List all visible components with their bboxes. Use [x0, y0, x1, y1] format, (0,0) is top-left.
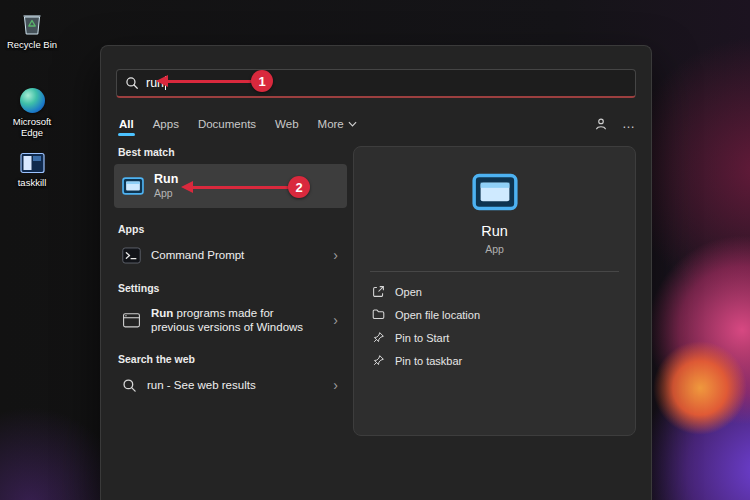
account-icon[interactable] — [594, 117, 608, 131]
step1-badge: 1 — [251, 70, 273, 92]
divider — [370, 271, 619, 272]
preview-actions: Open Open file location Pin to Start — [354, 280, 635, 372]
edge-icon — [20, 88, 45, 113]
pin-icon — [372, 354, 385, 367]
more-options-icon[interactable]: … — [622, 121, 636, 127]
section-header-apps: Apps — [118, 223, 343, 235]
desktop-icon-label: Microsoft Edge — [4, 116, 60, 138]
action-label: Open file location — [395, 309, 480, 321]
open-icon — [372, 285, 385, 298]
result-label: run - See web results — [147, 379, 256, 391]
tab-more[interactable]: More — [317, 116, 358, 132]
chevron-right-icon[interactable]: › — [333, 377, 338, 393]
result-command-prompt[interactable]: Command Prompt › — [114, 241, 347, 269]
tab-web[interactable]: Web — [274, 116, 299, 132]
desktop-icon-microsoft-edge[interactable]: Microsoft Edge — [4, 88, 60, 138]
recycle-bin-icon — [20, 10, 44, 36]
tabs-right-controls: … — [594, 117, 636, 131]
result-label: Run programs made for previous versions … — [151, 306, 303, 334]
tab-label: More — [318, 118, 344, 130]
preview-panel: Run App Open Open file location — [353, 146, 636, 436]
section-header-settings: Settings — [118, 282, 343, 294]
search-filter-tabs: All Apps Documents Web More — [118, 113, 636, 135]
run-app-icon — [122, 177, 144, 195]
desktop-icon-recycle-bin[interactable]: Recycle Bin — [4, 10, 60, 50]
section-header-search-the-web: Search the web — [118, 353, 343, 365]
tab-label: All — [119, 118, 134, 130]
legacy-program-icon — [122, 311, 141, 330]
tab-all[interactable]: All — [118, 116, 135, 132]
tab-apps[interactable]: Apps — [152, 116, 180, 132]
search-icon — [122, 378, 137, 393]
result-text: Run App — [154, 172, 178, 200]
tab-label: Web — [275, 118, 298, 130]
desktop-icon-taskkill[interactable]: taskkill — [4, 152, 60, 188]
search-icon — [125, 76, 139, 90]
action-pin-to-start[interactable]: Pin to Start — [372, 326, 617, 349]
tab-documents[interactable]: Documents — [197, 116, 257, 132]
result-label: Command Prompt — [151, 249, 244, 261]
desktop-icon-label: taskkill — [18, 177, 47, 188]
result-run-compatibility[interactable]: Run programs made for previous versions … — [114, 300, 347, 340]
section-header-best-match: Best match — [118, 146, 343, 158]
action-label: Pin to taskbar — [395, 355, 462, 367]
folder-icon — [372, 308, 385, 321]
result-subtitle: App — [154, 186, 178, 200]
desktop: Recycle Bin Microsoft Edge taskkill run … — [0, 0, 750, 500]
chevron-right-icon[interactable]: › — [333, 247, 338, 263]
action-open-file-location[interactable]: Open file location — [372, 303, 617, 326]
results-list: Best match Run App Apps — [114, 146, 347, 399]
step2-arrow-line — [192, 186, 289, 189]
command-prompt-icon — [122, 246, 141, 265]
preview-title: Run — [481, 223, 508, 239]
action-open[interactable]: Open — [372, 280, 617, 303]
taskkill-icon — [20, 152, 45, 174]
step1-arrow-line — [167, 80, 252, 83]
result-title: Run — [154, 172, 178, 186]
chevron-right-icon[interactable]: › — [333, 312, 338, 328]
action-pin-to-taskbar[interactable]: Pin to taskbar — [372, 349, 617, 372]
preview-subtitle: App — [485, 243, 504, 255]
chevron-down-icon — [348, 121, 357, 127]
action-label: Open — [395, 286, 422, 298]
desktop-icon-label: Recycle Bin — [7, 39, 57, 50]
run-app-icon-large — [472, 173, 518, 211]
tab-label: Documents — [198, 118, 256, 130]
action-label: Pin to Start — [395, 332, 449, 344]
pin-icon — [372, 331, 385, 344]
result-web-search[interactable]: run - See web results › — [114, 371, 347, 399]
tab-label: Apps — [153, 118, 179, 130]
step2-badge: 2 — [288, 176, 310, 198]
search-input[interactable]: run — [116, 69, 636, 98]
search-panel: run All Apps Documents Web More — [100, 45, 652, 500]
